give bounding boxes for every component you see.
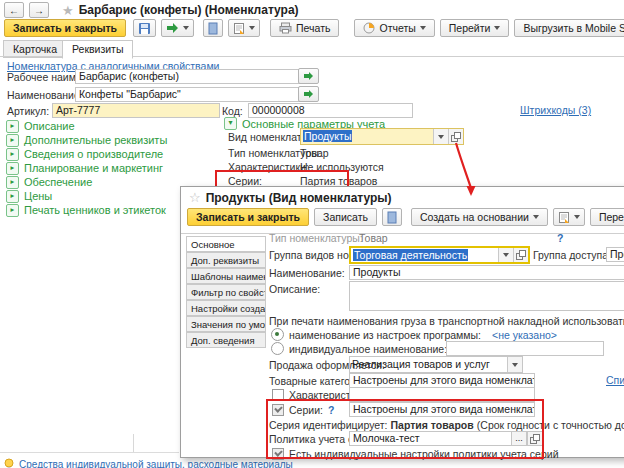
file-actions-button[interactable] (228, 19, 260, 37)
code-field[interactable]: 000000008 (248, 103, 413, 118)
dlg-group-dropdown-button[interactable] (498, 248, 513, 262)
dialog-tab-creation-settings[interactable]: Настройки создания (186, 300, 266, 316)
dlg-series-field[interactable]: Настроены для этого вида номенклатуры (349, 402, 535, 417)
section-item-labels[interactable]: ▸Печать ценников и этикеток (6, 203, 167, 217)
print-name-history-button[interactable] (298, 86, 319, 102)
section-item-manufacturer[interactable]: ▸Сведения о производителе (6, 147, 167, 161)
favorite-star-outline-icon[interactable]: ☆ (189, 190, 201, 205)
dialog-save-button[interactable]: Записать (314, 208, 377, 226)
section-item-planning[interactable]: ▸Планирование и маркетинг (6, 161, 167, 175)
save-close-button[interactable]: Записать и закрыть (4, 19, 126, 37)
forward-button[interactable]: → (29, 2, 49, 18)
dlg-categories-field[interactable]: Настроены для этого вида номенклатуры (349, 373, 535, 388)
article-field[interactable]: Арт-7777 (52, 103, 220, 118)
dialog-save-close-button[interactable]: Записать и закрыть (187, 208, 309, 226)
dialog-header: ☆ Продукты (Вид номенклатуры) (189, 190, 392, 205)
app-window: ← → ★ Барбарис (конфеты) (Номенклатура) … (0, 0, 624, 468)
item-kind-dialog: ☆ Продукты (Вид номенклатуры) Записать и… (180, 186, 624, 458)
dialog-goto-button[interactable]: Перейти (590, 208, 624, 226)
card-view-button[interactable] (203, 19, 223, 37)
dlg-sale-dropdown-button[interactable] (507, 357, 522, 372)
section-arrow-icon: ▸ (6, 204, 19, 217)
lamp-icon (4, 458, 14, 468)
radio-individual[interactable] (271, 342, 284, 355)
caret-down-icon (183, 26, 189, 30)
dialog-tab-extra-info[interactable]: Доп. сведения (186, 332, 266, 348)
green-arrow-icon (303, 89, 314, 99)
export-mobile-smarts-button[interactable]: Выгрузить в Mobile SMARTS (514, 19, 624, 37)
dialog-card-button[interactable] (382, 208, 402, 226)
window-header: ← → ★ Барбарис (конфеты) (Номенклатура) (4, 2, 299, 18)
caret-down-icon (512, 363, 518, 367)
tab-requisites[interactable]: Реквизиты (62, 40, 133, 59)
barcodes-link[interactable]: Штрихкоды (3) (520, 104, 591, 116)
section-item-prices[interactable]: ▸Цены (6, 189, 167, 203)
dlg-name-field[interactable]: Продукты (349, 265, 624, 280)
section-item-description[interactable]: ▸Описание (6, 119, 167, 133)
dlg-radio-individual-row: индивидуальное наименование: (271, 342, 447, 355)
blue-card-icon (387, 211, 397, 224)
dialog-tab-additional[interactable]: Доп. реквизиты (186, 252, 266, 268)
policy-open-button[interactable] (527, 431, 543, 446)
dlg-group-combobox[interactable]: Торговая деятельность (349, 246, 530, 264)
dialog-tab-property-filter[interactable]: Фильтр по свойствам (186, 284, 266, 300)
dlg-individual-name-field[interactable] (446, 341, 604, 356)
dialog-create-based-button[interactable]: Создать на основании (411, 208, 548, 226)
policy-choose-button[interactable]: ... (511, 431, 527, 446)
dlg-sale-combobox[interactable]: Реализация товаров и услуг (349, 356, 523, 373)
reports-button[interactable]: Отчеты (354, 19, 434, 37)
green-arrow-icon (303, 71, 314, 81)
caret-down-icon (533, 215, 539, 219)
categories-list-link[interactable]: Список (606, 374, 624, 386)
not-specified-link[interactable]: <не указано> (492, 329, 557, 341)
radio-individual-label: индивидуальное наименование: (289, 343, 447, 355)
favorite-star-icon[interactable]: ★ (62, 3, 74, 18)
dlg-description-field[interactable] (349, 281, 624, 311)
dialog-tab-name-templates[interactable]: Шаблоны наименований (186, 268, 266, 284)
dlg-type-label: Тип номенклатуры: (269, 232, 363, 244)
individual-settings-checkbox[interactable] (272, 448, 284, 460)
protective-equipment-link[interactable]: Средства индивидуальной защиты, расходны… (19, 459, 293, 468)
working-name-field[interactable]: Барбарис (конфеты) (75, 69, 301, 84)
kind-open-button[interactable] (448, 129, 463, 144)
help-icon[interactable]: ? (328, 404, 334, 416)
save-variants-button[interactable] (161, 19, 194, 37)
panel-edge (0, 452, 179, 453)
dialog-tab-defaults[interactable]: Значения по умолчанию (186, 316, 266, 332)
section-arrow-icon: ▸ (6, 134, 19, 147)
section-arrow-icon: ▸ (6, 190, 19, 203)
dlg-access-field[interactable]: Продукты (606, 247, 624, 262)
help-icon[interactable]: ? (557, 232, 563, 244)
create-based-label: Создать на основании (420, 211, 529, 223)
save-button[interactable] (133, 19, 156, 37)
series-identifies-value: Партия товаров (391, 419, 474, 431)
dlg-policy-field[interactable]: Молочка-тест (349, 431, 515, 446)
dlg-description-label: Описание: (269, 283, 320, 295)
article-label: Артикул: (7, 105, 49, 117)
dialog-goto-label: Перейти (599, 211, 624, 223)
document-icon (233, 22, 245, 35)
print-name-field[interactable]: Конфеты "Барбарис" (75, 87, 301, 102)
dlg-radio-program-row: наименование из настроек программы: <не … (271, 328, 557, 341)
series-checkbox[interactable] (272, 404, 284, 416)
dialog-tab-main[interactable]: Основное (186, 236, 266, 252)
kind-combobox[interactable]: Продукты (300, 128, 464, 145)
print-button-label: Печать (296, 22, 330, 34)
print-button[interactable]: Печать (270, 19, 339, 37)
working-name-history-button[interactable] (298, 68, 319, 84)
kind-dropdown-button[interactable] (433, 129, 448, 144)
series-identifies-note: Серия идентифицирует: Партия товаров (Ср… (269, 419, 624, 431)
back-button[interactable]: ← (4, 2, 24, 18)
blue-card-icon (208, 22, 218, 35)
section-item-additional[interactable]: ▸Дополнительные реквизиты (6, 133, 167, 147)
dlg-characteristics-field[interactable] (349, 387, 535, 402)
caret-down-icon (249, 26, 255, 30)
section-arrow-icon: ▸ (6, 120, 19, 133)
dlg-group-open-button[interactable] (513, 248, 528, 262)
section-item-supply[interactable]: ▸Обеспечение (6, 175, 167, 189)
radio-program[interactable] (271, 328, 284, 341)
sections-list: ▸Описание ▸Дополнительные реквизиты ▸Све… (6, 119, 167, 217)
characteristics-checkbox[interactable] (272, 389, 284, 401)
dialog-file-actions-button[interactable] (553, 208, 585, 226)
goto-button[interactable]: Перейти (440, 19, 510, 37)
